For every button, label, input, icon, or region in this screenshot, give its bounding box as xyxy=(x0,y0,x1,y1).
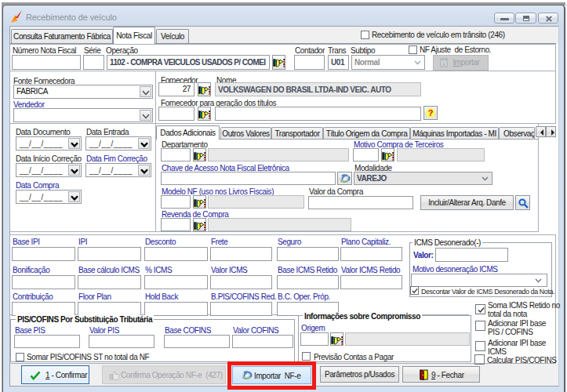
svg-text:?: ? xyxy=(428,108,434,118)
